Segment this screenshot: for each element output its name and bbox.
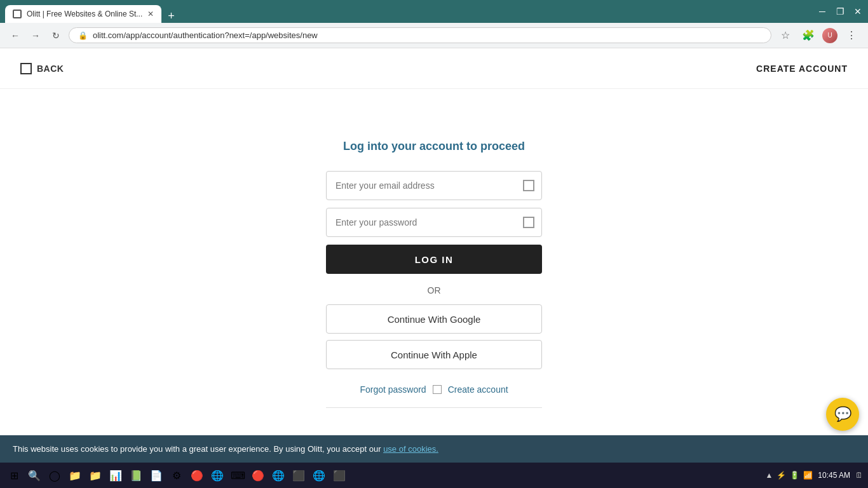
taskbar-right: ▲ ⚡ 🔋 📶 10:45 AM 🗓 [765, 471, 863, 480]
toolbar-icons: ☆ 🧩 U ⋮ [776, 27, 860, 44]
password-icon [523, 217, 534, 228]
taskbar-icon-7[interactable]: 🌐 [208, 466, 226, 484]
menu-icon[interactable]: ⋮ [843, 27, 860, 44]
address-bar[interactable]: 🔒 olitt.com/app/account/authentication?n… [69, 27, 771, 43]
email-input-wrapper [326, 171, 542, 200]
tab-area: Olitt | Free Websites & Online St... ✕ + [5, 0, 179, 23]
taskbar-icon-11[interactable]: ⬛ [290, 466, 308, 484]
browser-titlebar: Olitt | Free Websites & Online St... ✕ +… [0, 0, 868, 23]
taskbar-start-button[interactable]: ⊞ [5, 466, 23, 484]
create-account-form-link[interactable]: Create account [448, 384, 508, 395]
tab-title: Olitt | Free Websites & Online St... [27, 10, 142, 18]
back-icon [20, 63, 32, 74]
minimize-button[interactable]: ─ [817, 6, 827, 17]
taskbar-search-button[interactable]: 🔍 [25, 466, 43, 484]
taskbar-icon-4[interactable]: 📄 [147, 466, 165, 484]
form-container: LOG IN OR Continue With Google Continue … [326, 171, 542, 408]
lock-icon: 🔒 [78, 31, 88, 40]
taskbar-time: 10:45 AM [818, 471, 850, 480]
or-divider: OR [326, 285, 542, 295]
cookie-link[interactable]: use of cookies. [383, 444, 438, 454]
link-separator [433, 385, 442, 394]
bottom-links: Forgot password Create account [326, 384, 542, 395]
page-content: BACK CREATE ACCOUNT Log into your accoun… [0, 48, 868, 463]
bookmark-icon[interactable]: ☆ [776, 27, 794, 44]
login-button[interactable]: LOG IN [326, 245, 542, 274]
network-icon: ▲ [765, 471, 773, 480]
form-title: Log into your account to proceed [343, 140, 525, 153]
new-tab-button[interactable]: + [164, 10, 179, 23]
divider-line [326, 407, 542, 408]
window-controls: ─ ❐ ✕ [817, 6, 863, 17]
create-account-link[interactable]: CREATE ACCOUNT [756, 64, 848, 74]
reload-button[interactable]: ↻ [48, 28, 64, 43]
forgot-password-link[interactable]: Forgot password [360, 384, 426, 395]
taskbar-icon-12[interactable]: 🌐 [310, 466, 328, 484]
taskbar-icon-3[interactable]: 📗 [127, 466, 145, 484]
apple-button[interactable]: Continue With Apple [326, 340, 542, 369]
email-input[interactable] [326, 171, 542, 200]
battery-icon: 🔋 [790, 471, 799, 480]
taskbar-icon-6[interactable]: 🔴 [188, 466, 206, 484]
restore-button[interactable]: ❐ [835, 6, 845, 17]
taskbar-icon-13[interactable]: ⬛ [330, 466, 348, 484]
email-icon [523, 180, 534, 191]
url-text: olitt.com/app/account/authentication?nex… [93, 30, 762, 40]
password-input[interactable] [326, 208, 542, 237]
taskbar-icon-2[interactable]: 📊 [107, 466, 125, 484]
notification-icon[interactable]: 🗓 [855, 471, 863, 480]
forward-nav-button[interactable]: → [28, 28, 43, 43]
taskbar: ⊞ 🔍 ◯ 📁 📁 📊 📗 📄 ⚙ 🔴 🌐 ⌨ 🔴 🌐 ⬛ 🌐 ⬛ ▲ ⚡ 🔋 … [0, 463, 868, 488]
taskbar-icon-1[interactable]: 📁 [86, 466, 104, 484]
sys-tray: ▲ ⚡ 🔋 📶 [765, 471, 813, 480]
back-nav-button[interactable]: ← [8, 28, 23, 43]
bluetooth-icon: ⚡ [776, 471, 786, 480]
back-button[interactable]: BACK [20, 63, 64, 74]
cookie-text: This website uses cookies to provide you… [13, 444, 855, 454]
password-input-wrapper [326, 208, 542, 237]
taskbar-icon-8[interactable]: ⌨ [229, 466, 247, 484]
chat-widget[interactable]: 💬 [826, 398, 859, 431]
tab-close-button[interactable]: ✕ [147, 10, 154, 18]
close-button[interactable]: ✕ [853, 6, 863, 17]
taskbar-explorer-button[interactable]: 📁 [66, 466, 84, 484]
main-area: Log into your account to proceed LOG IN … [0, 89, 868, 408]
taskbar-icon-10[interactable]: 🌐 [269, 466, 287, 484]
extensions-icon[interactable]: 🧩 [799, 27, 817, 44]
back-label: BACK [37, 64, 64, 74]
browser-addressbar: ← → ↻ 🔒 olitt.com/app/account/authentica… [0, 23, 868, 48]
top-nav: BACK CREATE ACCOUNT [0, 48, 868, 89]
wifi-icon: 📶 [803, 471, 813, 480]
tab-favicon [13, 10, 22, 18]
taskbar-cortana-button[interactable]: ◯ [46, 466, 64, 484]
taskbar-icon-9[interactable]: 🔴 [249, 466, 267, 484]
profile-avatar[interactable]: U [822, 28, 837, 43]
active-tab[interactable]: Olitt | Free Websites & Online St... ✕ [5, 5, 161, 23]
cookie-banner: This website uses cookies to provide you… [0, 435, 868, 463]
taskbar-icon-5[interactable]: ⚙ [168, 466, 186, 484]
google-button[interactable]: Continue With Google [326, 304, 542, 334]
